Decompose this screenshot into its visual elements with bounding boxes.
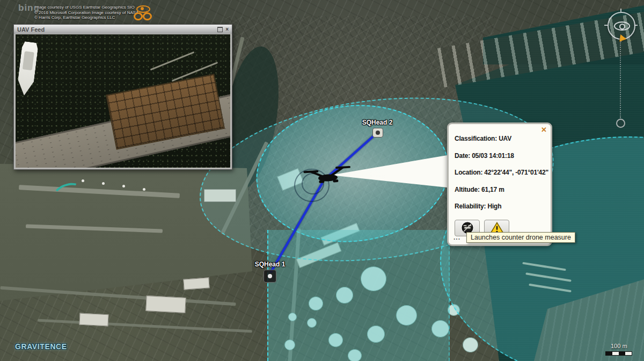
scale-bar: [605, 351, 632, 356]
parked-plane: [82, 179, 84, 182]
boat: [16, 41, 39, 97]
classification-text: Classification: UAV: [455, 135, 545, 142]
marker-label-sqhead1[interactable]: SQHead 1: [240, 261, 299, 268]
sensor-head-1-icon[interactable]: [264, 270, 276, 283]
detection-info-panel: ✕ Classification: UAV Date: 05/03 14:01:…: [447, 122, 552, 246]
counter-uav-app: SQHead 2 SQHead 1 UAV Feed × bing Image …: [0, 0, 644, 361]
more-options-text[interactable]: ...: [453, 234, 460, 241]
view-compass[interactable]: [606, 10, 636, 40]
goggles-eye-icon: [133, 5, 153, 19]
close-icon[interactable]: ✕: [541, 126, 547, 134]
sensor-head-2-icon[interactable]: [372, 128, 383, 138]
sensor-coverage-south: [267, 230, 450, 361]
altitude-text: Altitude: 61,17 m: [455, 186, 545, 193]
uav-feed-title: UAV Feed: [17, 26, 45, 33]
uav-feed-titlebar[interactable]: UAV Feed ×: [14, 25, 232, 34]
building: [145, 295, 186, 313]
reliability-text: Reliability: High: [455, 203, 545, 210]
eye-pupil: [619, 24, 625, 30]
altitude-drop-line: [620, 37, 621, 118]
uav-feed-video: [16, 34, 230, 168]
gravitence-watermark: GRAVITENCE: [15, 342, 67, 351]
drone-icon[interactable]: [302, 164, 354, 191]
scale-label: 100 m: [611, 343, 627, 349]
tooltip: Launches counter drone measure: [466, 232, 575, 243]
waypoint-icon: [616, 119, 625, 128]
building: [79, 313, 108, 327]
date-text: Date: 05/03 14:01:18: [455, 152, 545, 160]
marker-label-sqhead2[interactable]: SQHead 2: [348, 119, 407, 126]
uav-feed-window: UAV Feed ×: [13, 24, 232, 170]
location-text: Location: 42°22'44", -071°01'42": [455, 169, 545, 176]
building: [183, 277, 209, 290]
restore-icon[interactable]: [217, 27, 223, 32]
parked-plane: [143, 188, 145, 191]
close-icon[interactable]: ×: [225, 27, 229, 32]
pier: [150, 52, 195, 71]
parked-plane: [102, 182, 105, 185]
parked-plane: [122, 185, 125, 187]
